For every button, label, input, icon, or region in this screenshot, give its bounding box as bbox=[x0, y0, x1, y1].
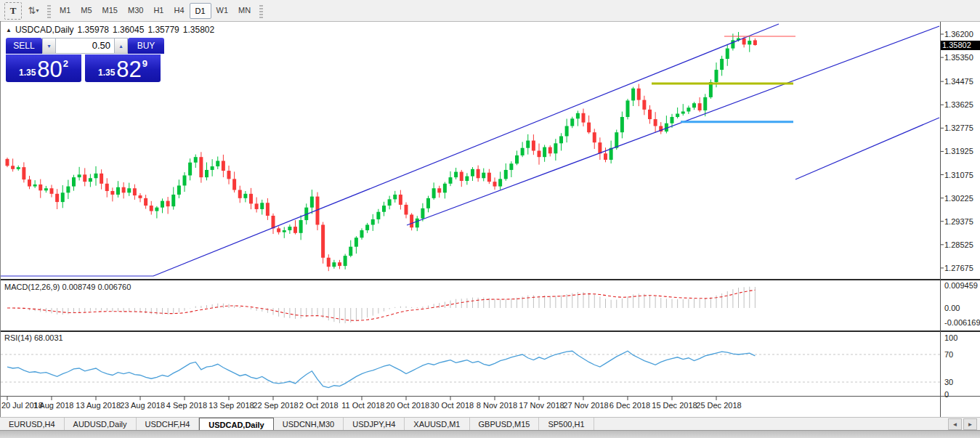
price-axis-label: 1.36200 bbox=[944, 30, 973, 38]
rsi-axis-label: 100 bbox=[944, 333, 957, 342]
trendline bbox=[407, 26, 939, 225]
price-axis-label: 1.29375 bbox=[944, 217, 973, 226]
volume-input[interactable]: 0.50 bbox=[56, 38, 114, 54]
sell-price-sup: 2 bbox=[63, 58, 68, 69]
timeframe-button-m1[interactable]: M1 bbox=[54, 3, 76, 17]
price-axis-label: 1.32775 bbox=[944, 123, 973, 132]
buy-price-prefix: 1.35 bbox=[98, 68, 115, 78]
text-tool-button[interactable]: T bbox=[4, 2, 22, 20]
chart-tab-sp500[interactable]: SP500,H1 bbox=[539, 418, 594, 431]
date-axis-label: 8 Nov 2018 bbox=[477, 401, 517, 410]
macd-label: MACD(12,26,9) 0.008749 0.006760 bbox=[4, 283, 131, 291]
timeframe-button-mn[interactable]: MN bbox=[233, 3, 256, 17]
price-axis-label: 1.30225 bbox=[944, 194, 973, 203]
ohlc-low: 1.35779 bbox=[147, 25, 179, 35]
symbol-period-label: USDCAD,Daily bbox=[15, 25, 74, 35]
price-axis-label: 1.31925 bbox=[944, 147, 973, 155]
chevron-down-icon: ▾ bbox=[36, 7, 39, 14]
date-axis-label: 22 Sep 2018 bbox=[253, 401, 298, 410]
arrange-icon: ⇅ bbox=[28, 5, 35, 16]
buy-price-big: 82 bbox=[116, 59, 141, 81]
pane-separator[interactable] bbox=[0, 330, 980, 332]
rsi-axis-label: 30 bbox=[944, 378, 953, 386]
date-axis-label: 13 Aug 2018 bbox=[76, 401, 121, 410]
trendline bbox=[795, 118, 939, 179]
ohlc-open: 1.35978 bbox=[78, 25, 109, 35]
timeframe-button-w1[interactable]: W1 bbox=[211, 3, 234, 17]
timeframe-button-m5[interactable]: M5 bbox=[76, 3, 97, 17]
window-left-edge bbox=[0, 21, 1, 417]
chart-tab-audusd[interactable]: AUDUSD,Daily bbox=[65, 418, 137, 431]
buy-price-box[interactable]: 1.35 82 9 bbox=[85, 54, 161, 82]
price-axis-label: 1.35350 bbox=[944, 53, 973, 62]
price-axis-border bbox=[940, 22, 941, 417]
chart-tab-eurusd[interactable]: EURUSD,H4 bbox=[0, 418, 65, 431]
terminal-window: T ⇅ ▾ M1M5M15M30H1H4D1W1MN ▲ USDCAD,Dail… bbox=[0, 0, 980, 438]
pane-separator[interactable] bbox=[0, 279, 980, 280]
timeframe-button-m15[interactable]: M15 bbox=[97, 3, 123, 17]
volume-decrease-button[interactable]: ▾ bbox=[42, 38, 56, 54]
toolbar-separator bbox=[259, 4, 263, 18]
buy-button[interactable]: BUY bbox=[128, 38, 164, 54]
chart-tab-usdjpy[interactable]: USDJPY,H4 bbox=[344, 418, 405, 431]
rsi-axis-label: 70 bbox=[944, 350, 953, 359]
chart-tab-bar: EURUSD,H4AUDUSD,DailyUSDCHF,H4USDCAD,Dai… bbox=[0, 417, 980, 431]
toolbar-separator bbox=[47, 4, 51, 18]
tab-scroll-right-button[interactable]: ► bbox=[963, 418, 977, 430]
date-axis-label: 17 Nov 2018 bbox=[519, 401, 564, 410]
timeframe-button-h1[interactable]: H1 bbox=[148, 3, 169, 17]
price-axis-label: 1.33625 bbox=[944, 100, 973, 109]
date-axis-label: 1 Aug 2018 bbox=[33, 401, 74, 410]
ohlc-high: 1.36045 bbox=[113, 25, 144, 35]
sell-price-box[interactable]: 1.35 80 2 bbox=[6, 54, 81, 82]
date-axis-label: 15 Dec 2018 bbox=[652, 401, 697, 410]
date-axis-label: 20 Oct 2018 bbox=[386, 401, 429, 410]
status-strip bbox=[0, 430, 980, 438]
pane-separator bbox=[0, 396, 980, 397]
price-axis-label: 1.34475 bbox=[944, 77, 973, 86]
date-axis-label: 25 Dec 2018 bbox=[696, 401, 741, 410]
rsi-line bbox=[7, 351, 755, 387]
timeframe-toolbar: M1M5M15M30H1H4D1W1MN bbox=[54, 3, 256, 19]
volume-increase-button[interactable]: ▴ bbox=[114, 38, 128, 54]
date-axis-label: 2 Oct 2018 bbox=[299, 401, 339, 410]
price-axis-label: 1.28525 bbox=[944, 240, 973, 249]
rsi-label: RSI(14) 68.0031 bbox=[4, 333, 63, 342]
arrange-windows-button[interactable]: ⇅ ▾ bbox=[25, 2, 42, 20]
price-axis-label: 1.31075 bbox=[944, 171, 973, 179]
timeframe-button-h4[interactable]: H4 bbox=[169, 3, 189, 17]
macd-layer bbox=[7, 287, 755, 323]
timeframe-button-m30[interactable]: M30 bbox=[123, 3, 148, 17]
chart-title: ▲ USDCAD,Daily 1.35978 1.36045 1.35779 1… bbox=[6, 25, 214, 35]
sell-price-big: 80 bbox=[37, 59, 62, 81]
buy-price-sup: 9 bbox=[142, 58, 147, 69]
date-axis-label: 11 Oct 2018 bbox=[341, 401, 384, 410]
macd-axis-label: 0.00 bbox=[944, 304, 960, 312]
date-axis-label: 6 Dec 2018 bbox=[610, 401, 650, 410]
date-axis-label: 4 Sep 2018 bbox=[166, 401, 207, 410]
date-axis-label: 13 Sep 2018 bbox=[208, 401, 254, 410]
chart-tab-gbpusd[interactable]: GBPUSD,M15 bbox=[470, 418, 540, 431]
rsi-axis-label: 0 bbox=[944, 390, 949, 399]
chart-tab-usdchf[interactable]: USDCHF,H4 bbox=[137, 418, 200, 431]
date-axis-label: 23 Aug 2018 bbox=[120, 401, 165, 410]
collapse-icon[interactable]: ▲ bbox=[6, 27, 12, 33]
one-click-trading-panel: SELL ▾ 0.50 ▴ BUY 1.35 80 2 1.35 82 9 bbox=[6, 38, 164, 82]
current-price-tag: 1.35802 bbox=[941, 41, 980, 50]
tab-scroller: ◄ ► bbox=[948, 418, 977, 430]
date-axis-label: 27 Nov 2018 bbox=[563, 401, 608, 410]
timeframe-button-d1[interactable]: D1 bbox=[190, 3, 211, 19]
sell-price-prefix: 1.35 bbox=[19, 68, 36, 78]
chart-tab-xauusd[interactable]: XAUUSD,M1 bbox=[405, 418, 469, 431]
ohlc-close: 1.35802 bbox=[183, 25, 214, 35]
macd-axis-label: -0.006169 bbox=[944, 318, 980, 327]
price-axis-label: 1.27675 bbox=[944, 264, 973, 272]
chart-tab-usdcnh[interactable]: USDCNH,M30 bbox=[274, 418, 344, 431]
date-axis-label: 30 Oct 2018 bbox=[430, 401, 474, 410]
tab-scroll-left-button[interactable]: ◄ bbox=[948, 418, 962, 430]
chart-tab-usdcad[interactable]: USDCAD,Daily bbox=[199, 418, 273, 431]
sell-button[interactable]: SELL bbox=[6, 38, 42, 54]
macd-signal-line bbox=[7, 290, 755, 320]
toolbar: T ⇅ ▾ M1M5M15M30H1H4D1W1MN bbox=[0, 0, 980, 22]
trendline bbox=[153, 24, 779, 276]
